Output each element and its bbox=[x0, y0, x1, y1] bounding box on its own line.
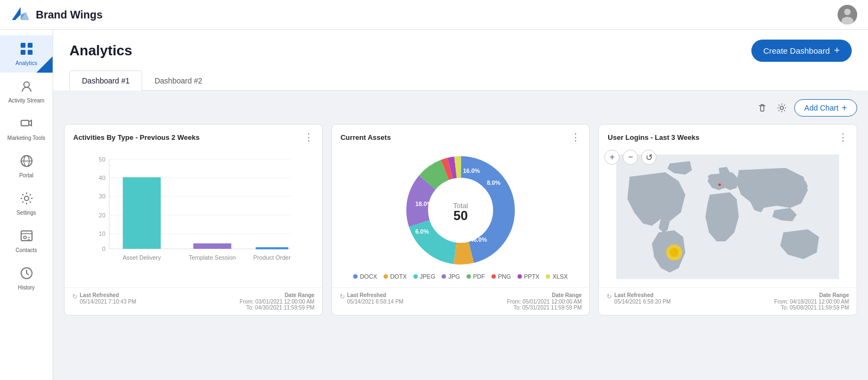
bar-chart-menu-button[interactable]: ⋮ bbox=[304, 132, 314, 142]
sidebar-history-label: History bbox=[18, 285, 35, 291]
legend-label-jpg: JPG bbox=[448, 273, 459, 280]
legend-dot-jpeg bbox=[413, 274, 418, 279]
add-chart-button[interactable]: Add Chart + bbox=[794, 99, 857, 117]
map-chart-menu-button[interactable]: ⋮ bbox=[838, 132, 848, 142]
bar-template-session bbox=[193, 243, 231, 249]
svg-text:0: 0 bbox=[102, 246, 105, 252]
svg-point-20 bbox=[780, 106, 783, 110]
content-area: Analytics Create Dashboard + Dashboard #… bbox=[53, 30, 868, 380]
sidebar-analytics-label: Analytics bbox=[15, 60, 37, 66]
sidebar-item-settings[interactable]: Settings bbox=[0, 185, 53, 222]
sidebar-item-contacts[interactable]: Contacts bbox=[0, 222, 53, 260]
donut-chart-card: Current Assets ⋮ bbox=[331, 124, 590, 315]
avatar[interactable] bbox=[838, 5, 857, 24]
svg-text:Template Session: Template Session bbox=[189, 254, 236, 261]
map-zoom-in-button[interactable]: + bbox=[604, 150, 620, 165]
sidebar-item-portal[interactable]: Portal bbox=[0, 147, 53, 185]
bar-chart-card: Activities By Type - Previous 2 Weeks ⋮ bbox=[64, 124, 323, 315]
donut-chart-header: Current Assets ⋮ bbox=[332, 125, 590, 146]
svg-rect-7 bbox=[28, 43, 33, 48]
svg-text:10: 10 bbox=[99, 230, 105, 237]
map-controls: + − ↺ bbox=[604, 150, 656, 165]
toolbar-row: Add Chart + bbox=[64, 99, 857, 117]
contacts-icon bbox=[20, 229, 34, 245]
map-range-label: Date Range bbox=[774, 292, 849, 298]
svg-text:Asset Delivery: Asset Delivery bbox=[123, 254, 161, 261]
donut-wrap: Total 50 8.0% 16.0% 18.0% 6.0% 46.0% bbox=[337, 146, 584, 287]
map-refresh-icon[interactable]: ↻ bbox=[607, 293, 612, 300]
donut-range-label: Date Range bbox=[507, 292, 582, 298]
dashboard-tabs: Dashboard #1 Dashboard #2 bbox=[69, 70, 852, 91]
svg-point-4 bbox=[844, 9, 851, 15]
bar-chart-footer: ↻ Last Refreshed 05/14/2021 7:10:43 PM D… bbox=[65, 287, 322, 315]
svg-marker-0 bbox=[12, 7, 21, 20]
donut-chart-body: Total 50 8.0% 16.0% 18.0% 6.0% 46.0% bbox=[332, 146, 590, 287]
plus-icon: + bbox=[834, 45, 840, 56]
svg-point-10 bbox=[24, 82, 29, 87]
donut-legend: DOCX DOTX JPEG bbox=[349, 270, 572, 283]
donut-label-pdf: 8.0% bbox=[487, 179, 500, 186]
sidebar-settings-label: Settings bbox=[16, 210, 36, 216]
sidebar: Analytics Activity Stream Marketing Tool… bbox=[0, 30, 53, 380]
legend-xlsx: XLSX bbox=[546, 273, 567, 280]
create-dashboard-label: Create Dashboard bbox=[763, 46, 830, 55]
donut-label-jpeg: 18.0% bbox=[415, 201, 432, 207]
map-dot-southamerica-inner bbox=[670, 248, 679, 257]
bar-chart-title: Activities By Type - Previous 2 Weeks bbox=[73, 133, 200, 141]
donut-chart-menu-button[interactable]: ⋮ bbox=[571, 132, 580, 142]
content-header: Analytics Create Dashboard + Dashboard #… bbox=[53, 30, 868, 91]
bar-chart-header: Activities By Type - Previous 2 Weeks ⋮ bbox=[65, 125, 322, 146]
donut-svg-wrap: Total 50 8.0% 16.0% 18.0% 6.0% 46.0% bbox=[401, 151, 520, 270]
map-refreshed-value: 05/14/2021 6:58:20 PM bbox=[614, 299, 671, 305]
svg-rect-16 bbox=[21, 231, 32, 241]
delete-button[interactable] bbox=[755, 101, 769, 115]
map-refresh: ↻ Last Refreshed 05/14/2021 6:58:20 PM bbox=[607, 292, 671, 311]
sidebar-item-activity[interactable]: Activity Stream bbox=[0, 73, 53, 110]
bar-range-value: From: 03/01/2021 12:00:00 AMTo: 04/30/20… bbox=[240, 299, 315, 311]
donut-total-value: 50 bbox=[454, 208, 468, 223]
bar-asset-delivery bbox=[123, 177, 161, 249]
donut-label-jpg: 16.0% bbox=[463, 168, 480, 174]
legend-label-pdf: PDF bbox=[473, 273, 485, 280]
add-chart-plus-icon: + bbox=[842, 103, 847, 113]
create-dashboard-button[interactable]: Create Dashboard + bbox=[751, 40, 852, 62]
sidebar-item-history[interactable]: History bbox=[0, 260, 53, 297]
svg-text:20: 20 bbox=[99, 212, 105, 218]
page-title: Analytics bbox=[69, 42, 132, 59]
bar-chart-body: 50 40 30 20 10 0 bbox=[65, 146, 322, 287]
sidebar-marketing-label: Marketing Tools bbox=[8, 135, 46, 141]
tab-dashboard1[interactable]: Dashboard #1 bbox=[69, 70, 142, 91]
legend-label-dotx: DOTX bbox=[390, 273, 407, 280]
svg-rect-9 bbox=[28, 50, 33, 55]
legend-jpeg: JPEG bbox=[413, 273, 436, 280]
refresh-icon[interactable]: ↻ bbox=[72, 293, 78, 300]
sidebar-item-analytics[interactable]: Analytics bbox=[0, 35, 53, 73]
tab-dashboard2[interactable]: Dashboard #2 bbox=[142, 70, 215, 91]
history-icon bbox=[20, 266, 34, 282]
donut-refresh: ↻ Last Refreshed 05/14/2021 6:58:14 PM bbox=[340, 292, 404, 311]
brand-wings-logo-icon bbox=[11, 5, 30, 24]
map-chart-header: User Logins - Last 3 Weeks ⋮ bbox=[599, 125, 857, 146]
donut-refresh-icon[interactable]: ↻ bbox=[340, 293, 345, 300]
donut-chart-title: Current Assets bbox=[341, 133, 391, 141]
legend-dot-png bbox=[492, 274, 496, 279]
sidebar-portal-label: Portal bbox=[19, 172, 33, 178]
legend-dot-jpg bbox=[442, 274, 446, 279]
sidebar-item-marketing[interactable]: Marketing Tools bbox=[0, 110, 53, 147]
map-reset-button[interactable]: ↺ bbox=[641, 150, 656, 165]
legend-dot-pptx bbox=[518, 274, 522, 279]
map-chart-title: User Logins - Last 3 Weeks bbox=[608, 133, 699, 141]
svg-rect-6 bbox=[21, 43, 25, 48]
bar-chart-svg: 50 40 30 20 10 0 bbox=[74, 154, 312, 273]
world-map-svg bbox=[599, 154, 857, 279]
legend-label-pptx: PPTX bbox=[524, 273, 540, 280]
bar-range-label: Date Range bbox=[240, 292, 315, 298]
map-zoom-out-button[interactable]: − bbox=[623, 150, 638, 165]
legend-label-xlsx: XLSX bbox=[552, 273, 567, 280]
settings-icon bbox=[20, 191, 34, 208]
donut-refreshed-label: Last Refreshed bbox=[347, 292, 404, 298]
map-chart-footer: ↻ Last Refreshed 05/14/2021 6:58:20 PM D… bbox=[599, 287, 857, 315]
settings-toolbar-button[interactable] bbox=[775, 101, 789, 115]
bar-refreshed-value: 05/14/2021 7:10:43 PM bbox=[80, 299, 136, 305]
sidebar-activity-label: Activity Stream bbox=[8, 98, 44, 104]
